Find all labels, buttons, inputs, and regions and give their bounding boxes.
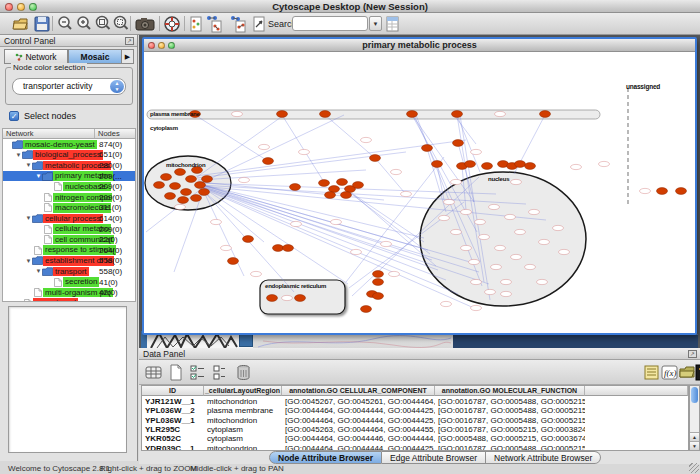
tree-item-label[interactable]: secretion bbox=[63, 277, 99, 287]
network-node-unselected[interactable] bbox=[221, 245, 232, 250]
tree-row[interactable]: nucleobase-209(0) bbox=[3, 181, 135, 192]
node-color-dropdown[interactable]: transporter activity ▲▼ bbox=[12, 78, 126, 95]
birds-eye-view[interactable] bbox=[8, 306, 127, 453]
scrollbar-thumb[interactable] bbox=[691, 387, 698, 403]
network-node[interactable] bbox=[452, 111, 463, 118]
formula-icon[interactable]: f(x) bbox=[661, 364, 678, 381]
network-node[interactable] bbox=[165, 193, 176, 200]
network-node-unselected[interactable] bbox=[489, 204, 500, 209]
network-node[interactable] bbox=[453, 140, 464, 147]
network-node[interactable] bbox=[273, 245, 284, 252]
network-node-unselected[interactable] bbox=[251, 271, 262, 276]
float-panel-icon[interactable]: ↗ bbox=[125, 37, 134, 45]
network-node-unselected[interactable] bbox=[495, 245, 506, 250]
network-node-unselected[interactable] bbox=[495, 111, 506, 116]
network-node[interactable] bbox=[202, 176, 213, 183]
network-node-unselected[interactable] bbox=[461, 245, 472, 250]
network-node-unselected[interactable] bbox=[529, 209, 540, 214]
import-table-icon[interactable] bbox=[385, 15, 400, 33]
tree-item-label[interactable]: mosaic-demo-yeast bbox=[23, 140, 97, 150]
tree-row[interactable]: multi-organism pro42(0) bbox=[3, 287, 135, 298]
select-attributes-icon[interactable] bbox=[145, 364, 162, 381]
network-node-unselected[interactable] bbox=[331, 219, 342, 224]
table-row[interactable]: YDR039C__1mitochondrion[GO:0044464, GO:0… bbox=[142, 444, 688, 452]
column-header[interactable]: ID bbox=[142, 386, 204, 396]
tree-row[interactable]: ▼cellular process614(0) bbox=[3, 213, 135, 224]
zoom-selected-icon[interactable] bbox=[112, 15, 130, 33]
table-row[interactable]: YPL036W__2plasma membrane[GO:0044464, GO… bbox=[142, 406, 688, 415]
network-node-unselected[interactable] bbox=[525, 264, 536, 269]
table-row[interactable]: YLR295Ccytoplasm[GO:0045263, GO:0044464,… bbox=[142, 425, 688, 434]
network-node[interactable] bbox=[337, 179, 348, 186]
network-node[interactable] bbox=[228, 258, 239, 265]
table-row[interactable]: YJR121W__1mitochondrion[GO:0045267, GO:0… bbox=[142, 397, 688, 406]
annotation-icon[interactable] bbox=[189, 15, 203, 33]
network-layout-b-icon[interactable] bbox=[229, 15, 247, 33]
new-attribute-icon[interactable] bbox=[167, 364, 184, 381]
tree-expander-icon[interactable]: ▼ bbox=[15, 152, 22, 158]
search-dropdown-button[interactable]: ▼ bbox=[369, 16, 382, 31]
network-node[interactable] bbox=[154, 182, 165, 189]
tree-row[interactable]: macromolecule311(0) bbox=[3, 203, 135, 214]
network-node-unselected[interactable] bbox=[515, 229, 526, 234]
network-node-unselected[interactable] bbox=[451, 179, 462, 184]
network-node[interactable] bbox=[370, 155, 381, 162]
tree-row[interactable]: ▼establishment of lo558(0) bbox=[3, 256, 135, 267]
tree-item-label[interactable]: cellular process bbox=[43, 214, 103, 224]
network-node-unselected[interactable] bbox=[511, 254, 522, 259]
tree-row[interactable]: ▼primary metabo209(... bbox=[3, 171, 135, 182]
network-node-unselected[interactable] bbox=[259, 144, 270, 149]
matrix-icon[interactable] bbox=[695, 364, 700, 381]
network-node-unselected[interactable] bbox=[351, 249, 362, 254]
network-node[interactable] bbox=[373, 279, 384, 286]
network-node-unselected[interactable] bbox=[471, 149, 482, 154]
network-node[interactable] bbox=[283, 245, 294, 252]
network-node-unselected[interactable] bbox=[282, 295, 293, 300]
network-node[interactable] bbox=[243, 236, 254, 243]
network-node-unselected[interactable] bbox=[571, 164, 582, 169]
network-node[interactable] bbox=[290, 184, 301, 191]
network-node-unselected[interactable] bbox=[491, 264, 502, 269]
network-node-unselected[interactable] bbox=[511, 179, 522, 184]
help-icon[interactable] bbox=[163, 15, 181, 33]
network-node[interactable] bbox=[422, 145, 433, 152]
network-node-unselected[interactable] bbox=[501, 279, 512, 284]
network-node-unselected[interactable] bbox=[469, 259, 480, 264]
network-node[interactable] bbox=[657, 188, 668, 195]
network-node[interactable] bbox=[325, 192, 336, 199]
network-node[interactable] bbox=[525, 163, 536, 170]
tree-row[interactable]: secretion41(0) bbox=[3, 277, 135, 288]
unified-attributes-icon[interactable] bbox=[211, 364, 228, 381]
tree-row[interactable]: cell communicat22(0) bbox=[3, 234, 135, 245]
attribute-table[interactable]: ID_cellularLayoutRegionannotation.GO CEL… bbox=[141, 385, 689, 451]
network-node[interactable] bbox=[263, 158, 274, 165]
network-node[interactable] bbox=[482, 163, 493, 170]
float-data-panel-icon[interactable]: ↗ bbox=[688, 350, 697, 358]
network-node-unselected[interactable] bbox=[501, 291, 512, 296]
table-row[interactable]: YKR052Ccytoplasm[GO:0044464, GO:0044446,… bbox=[142, 434, 688, 443]
tree-row[interactable]: nitrogen compo209(0) bbox=[3, 192, 135, 203]
network-node-unselected[interactable] bbox=[539, 239, 550, 244]
tree-expander-icon[interactable]: ▼ bbox=[25, 162, 32, 168]
network-node[interactable] bbox=[181, 189, 192, 196]
select-nodes-checkbox[interactable]: ✓ bbox=[9, 111, 19, 121]
tree-col-nodes[interactable]: Nodes bbox=[95, 129, 135, 138]
network-window-titlebar[interactable]: primary metabolic process bbox=[144, 39, 695, 52]
tree-row[interactable]: response to stimulu264(0) bbox=[3, 245, 135, 256]
network-node[interactable] bbox=[407, 111, 418, 118]
network-node-unselected[interactable] bbox=[451, 229, 462, 234]
vizmapper-icon[interactable] bbox=[252, 15, 266, 33]
tree-row[interactable]: mosaic-demo-yeast874(0) bbox=[3, 139, 135, 150]
tree-expander-icon[interactable]: ▼ bbox=[35, 173, 42, 179]
network-node-unselected[interactable] bbox=[475, 219, 486, 224]
network-node-unselected[interactable] bbox=[291, 221, 302, 226]
tree-item-label[interactable]: transport bbox=[53, 267, 89, 277]
tree-item-label[interactable]: unassigned bbox=[33, 298, 78, 302]
network-node-unselected[interactable] bbox=[505, 214, 516, 219]
network-node-unselected[interactable] bbox=[479, 234, 490, 239]
network-node[interactable] bbox=[191, 195, 202, 202]
network-node[interactable] bbox=[361, 306, 372, 313]
network-node[interactable] bbox=[432, 161, 443, 168]
network-node-unselected[interactable] bbox=[441, 301, 452, 306]
table-row[interactable]: YPL036W__1mitochondrion[GO:0044464, GO:0… bbox=[142, 416, 688, 425]
